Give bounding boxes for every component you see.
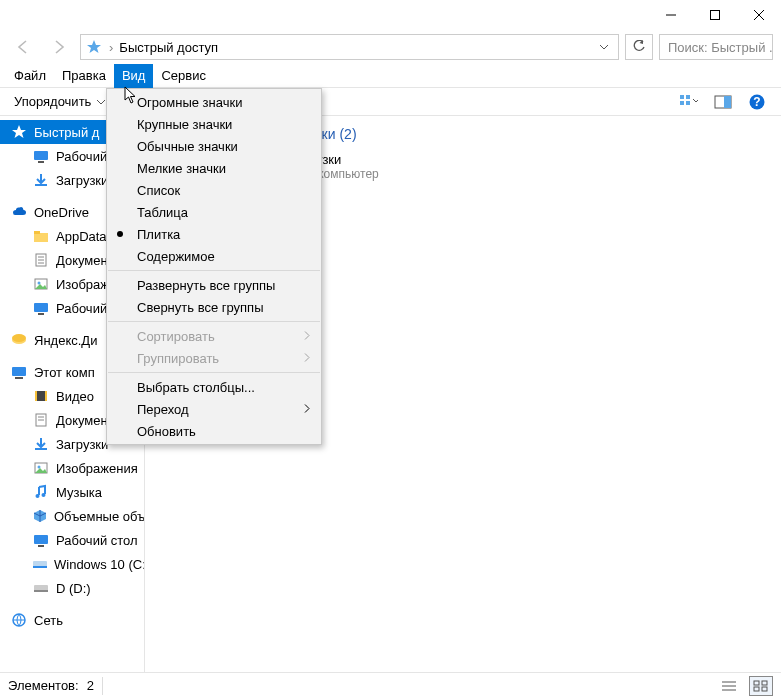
mi-choose-columns[interactable]: Выбрать столбцы...	[107, 376, 321, 398]
mi-goto[interactable]: Переход	[107, 398, 321, 420]
svg-rect-18	[35, 184, 47, 186]
svg-rect-31	[12, 367, 26, 376]
tree-label: Яндекс.Ди	[34, 333, 97, 348]
svg-rect-9	[680, 101, 684, 105]
minimize-button[interactable]	[649, 0, 693, 30]
forward-button[interactable]	[44, 32, 74, 62]
svg-rect-12	[724, 96, 731, 108]
submenu-arrow-icon	[303, 402, 311, 417]
menu-file[interactable]: Файл	[6, 64, 54, 88]
svg-rect-39	[35, 448, 47, 450]
search-placeholder: Поиск: Быстрый ...	[668, 40, 773, 55]
breadcrumb-separator: ›	[109, 40, 113, 55]
organize-label: Упорядочить	[14, 94, 91, 109]
desktop-icon	[32, 147, 50, 165]
tree-desktop-pc[interactable]: Рабочий стол	[0, 528, 144, 552]
tree-label: Музыка	[56, 485, 102, 500]
svg-rect-19	[34, 233, 48, 242]
tree-3d-objects[interactable]: Объемные объ	[0, 504, 144, 528]
svg-rect-16	[34, 151, 48, 160]
mi-medium-icons[interactable]: Обычные значки	[107, 135, 321, 157]
mi-large-icons[interactable]: Крупные значки	[107, 113, 321, 135]
tree-drive-c[interactable]: Windows 10 (C:)	[0, 552, 144, 576]
status-view-tiles-button[interactable]	[749, 676, 773, 696]
svg-rect-58	[762, 687, 767, 691]
image-icon	[32, 275, 50, 293]
mi-sort[interactable]: Сортировать	[107, 325, 321, 347]
tree-label: OneDrive	[34, 205, 89, 220]
mi-expand-all[interactable]: Развернуть все группы	[107, 274, 321, 296]
mi-tile-label: Плитка	[137, 227, 180, 242]
svg-point-26	[38, 282, 41, 285]
mi-tile[interactable]: Плитка	[107, 223, 321, 245]
tree-label: Видео	[56, 389, 94, 404]
tree-drive-d[interactable]: D (D:)	[0, 576, 144, 600]
mi-list[interactable]: Список	[107, 179, 321, 201]
status-divider	[102, 677, 103, 695]
window-titlebar	[0, 0, 781, 30]
tree-label: Быстрый д	[34, 125, 99, 140]
svg-rect-34	[35, 391, 37, 401]
mi-content[interactable]: Содержимое	[107, 245, 321, 267]
tree-images-pc[interactable]: Изображения	[0, 456, 144, 480]
mi-table[interactable]: Таблица	[107, 201, 321, 223]
menu-edit[interactable]: Правка	[54, 64, 114, 88]
svg-text:?: ?	[753, 95, 760, 109]
menu-service[interactable]: Сервис	[153, 64, 214, 88]
refresh-button[interactable]	[625, 34, 653, 60]
svg-marker-4	[87, 40, 101, 53]
back-button[interactable]	[8, 32, 38, 62]
document-icon	[32, 251, 50, 269]
svg-rect-44	[34, 535, 48, 544]
status-bar: Элементов: 2	[0, 672, 781, 698]
mi-refresh[interactable]: Обновить	[107, 420, 321, 442]
video-icon	[32, 387, 50, 405]
downloads-icon	[32, 435, 50, 453]
pc-icon	[10, 363, 28, 381]
svg-rect-20	[34, 231, 40, 234]
mi-huge-icons[interactable]: Огромные значки	[107, 91, 321, 113]
organize-button[interactable]: Упорядочить	[10, 90, 111, 114]
svg-rect-57	[754, 687, 759, 691]
breadcrumb-box[interactable]: › Быстрый доступ	[80, 34, 619, 60]
submenu-arrow-icon	[303, 329, 311, 344]
svg-rect-35	[45, 391, 47, 401]
toolbar-help-button[interactable]: ?	[743, 90, 771, 114]
maximize-button[interactable]	[693, 0, 737, 30]
breadcrumb-dropdown-icon[interactable]	[594, 40, 614, 55]
tree-label: Объемные объ	[54, 509, 144, 524]
svg-rect-45	[38, 545, 44, 547]
view-menu-dropdown: Огромные значки Крупные значки Обычные з…	[106, 88, 322, 445]
document-icon	[32, 411, 50, 429]
menu-separator	[108, 270, 320, 271]
tree-label: Загрузки	[56, 173, 108, 188]
tree-label: Изображения	[56, 461, 138, 476]
tree-label: Рабочий	[56, 301, 107, 316]
toolbar-preview-pane-button[interactable]	[709, 90, 737, 114]
search-input[interactable]: Поиск: Быстрый ...	[659, 34, 773, 60]
close-button[interactable]	[737, 0, 781, 30]
status-view-details-button[interactable]	[717, 676, 741, 696]
desktop-icon	[32, 299, 50, 317]
mi-small-icons[interactable]: Мелкие значки	[107, 157, 321, 179]
yandex-disk-icon	[10, 331, 28, 349]
mi-collapse-all[interactable]: Свернуть все группы	[107, 296, 321, 318]
tree-label: AppData	[56, 229, 107, 244]
toolbar-view-options-button[interactable]	[675, 90, 703, 114]
status-elements-label: Элементов:	[8, 678, 79, 693]
tree-label: Рабочий стол	[56, 533, 138, 548]
menu-separator	[108, 321, 320, 322]
mi-group[interactable]: Группировать	[107, 347, 321, 369]
svg-point-43	[42, 493, 46, 497]
tree-label: Этот комп	[34, 365, 95, 380]
svg-rect-8	[686, 95, 690, 99]
radio-dot-icon	[117, 231, 123, 237]
svg-rect-1	[711, 11, 720, 20]
svg-rect-32	[15, 377, 23, 379]
tree-music[interactable]: Музыка	[0, 480, 144, 504]
folder-icon	[32, 227, 50, 245]
breadcrumb-text: Быстрый доступ	[119, 40, 588, 55]
menu-view[interactable]: Вид	[114, 64, 154, 88]
tree-label: Загрузки	[56, 437, 108, 452]
tree-network[interactable]: Сеть	[0, 608, 144, 632]
